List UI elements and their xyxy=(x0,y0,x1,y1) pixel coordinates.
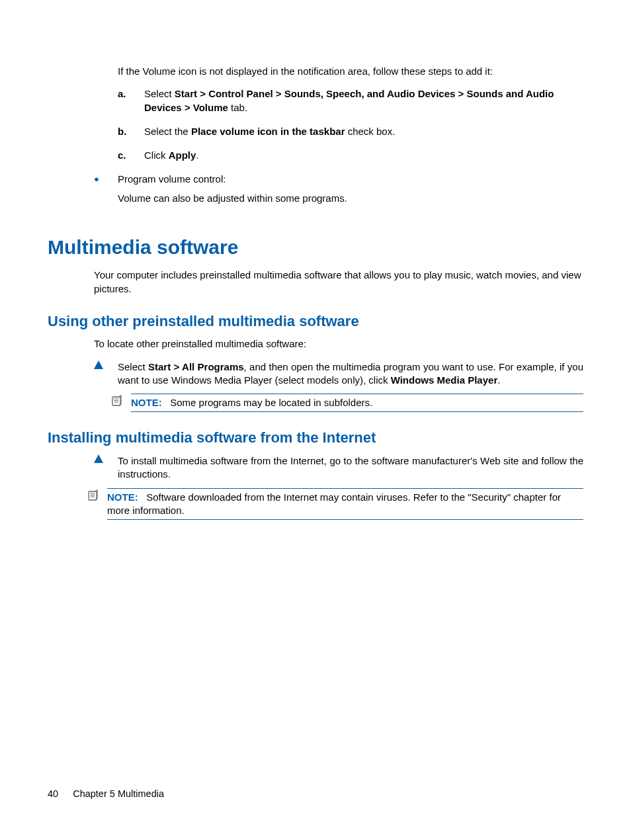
bullet-icon: ● xyxy=(94,173,118,214)
step-pre: Click xyxy=(144,149,169,161)
heading-body-text: Your computer includes preinstalled mult… xyxy=(94,269,583,296)
heading-multimedia-software: Multimedia software xyxy=(48,234,583,261)
step-post: check box. xyxy=(345,126,395,137)
bullet-body: Program volume control: Volume can also … xyxy=(118,173,583,214)
triangle-step: Select Start > All Programs, and then op… xyxy=(94,360,583,388)
triangle-step: To install multimedia software from the … xyxy=(94,454,583,482)
intro-text: If the Volume icon is not displayed in t… xyxy=(118,65,583,78)
subheading-using-other: Using other preinstalled multimedia soft… xyxy=(48,312,583,331)
step-pre: Select xyxy=(144,88,175,99)
bullet-item: ● Program volume control: Volume can als… xyxy=(94,173,583,214)
step-pre: Select the xyxy=(144,126,191,137)
step-c: c. Click Apply. xyxy=(118,149,583,162)
page-number: 40 xyxy=(48,788,58,799)
tri-post: . xyxy=(497,374,500,386)
tri-bold: Windows Media Player xyxy=(391,374,498,386)
step-post: tab. xyxy=(228,102,247,113)
step-b: b. Select the Place volume icon in the t… xyxy=(118,125,583,138)
note-text: Software downloaded from the Internet ma… xyxy=(107,491,561,516)
document-page: If the Volume icon is not displayed in t… xyxy=(0,0,631,569)
note-label: NOTE: xyxy=(131,397,162,408)
note-text: Some programs may be located in subfolde… xyxy=(170,397,372,408)
step-a: a. Select Start > Control Panel > Sounds… xyxy=(118,87,583,114)
note-body: NOTE: Some programs may be located in su… xyxy=(131,394,583,412)
step-bold: Apply xyxy=(169,149,196,161)
bullet-title: Program volume control: xyxy=(118,173,583,186)
note-icon xyxy=(87,488,107,505)
svg-rect-6 xyxy=(89,491,97,500)
ordered-steps: a. Select Start > Control Panel > Sounds… xyxy=(118,87,583,162)
triangle-icon xyxy=(94,454,118,482)
step-post: . xyxy=(196,149,198,161)
step-marker: a. xyxy=(118,87,144,114)
triangle-icon xyxy=(94,360,118,388)
triangle-text: To install multimedia software from the … xyxy=(118,454,583,482)
svg-marker-5 xyxy=(94,454,103,463)
step-bold: Place volume icon in the taskbar xyxy=(191,126,345,137)
step-marker: b. xyxy=(118,125,144,138)
note-body: NOTE: Software downloaded from the Inter… xyxy=(107,488,583,521)
step-text: Click Apply. xyxy=(144,149,583,162)
note-block: NOTE: Software downloaded from the Inter… xyxy=(87,488,583,521)
note-label: NOTE: xyxy=(107,491,138,503)
heading-body: Your computer includes preinstalled mult… xyxy=(94,269,583,296)
section-lead: To locate other preinstalled multimedia … xyxy=(94,337,583,351)
step-text: Select Start > Control Panel > Sounds, S… xyxy=(144,87,583,114)
svg-rect-1 xyxy=(112,397,120,405)
triangle-text: Select Start > All Programs, and then op… xyxy=(118,360,583,388)
intro-paragraph: If the Volume icon is not displayed in t… xyxy=(118,65,583,162)
page-footer: 40 Chapter 5 Multimedia xyxy=(48,788,164,799)
tri-bold: Start > All Programs xyxy=(148,361,244,372)
tri-pre: Select xyxy=(118,361,148,372)
section-body: To locate other preinstalled multimedia … xyxy=(94,337,583,351)
svg-marker-0 xyxy=(94,360,103,369)
step-marker: c. xyxy=(118,149,144,162)
note-block: NOTE: Some programs may be located in su… xyxy=(111,394,583,412)
step-text: Select the Place volume icon in the task… xyxy=(144,125,583,138)
subheading-installing: Installing multimedia software from the … xyxy=(48,428,583,448)
chapter-label: Chapter 5 Multimedia xyxy=(73,788,164,799)
bullet-text: Volume can also be adjusted within some … xyxy=(118,192,583,205)
step-bold: Start > Control Panel > Sounds, Speech, … xyxy=(144,88,554,112)
note-icon xyxy=(111,394,131,410)
